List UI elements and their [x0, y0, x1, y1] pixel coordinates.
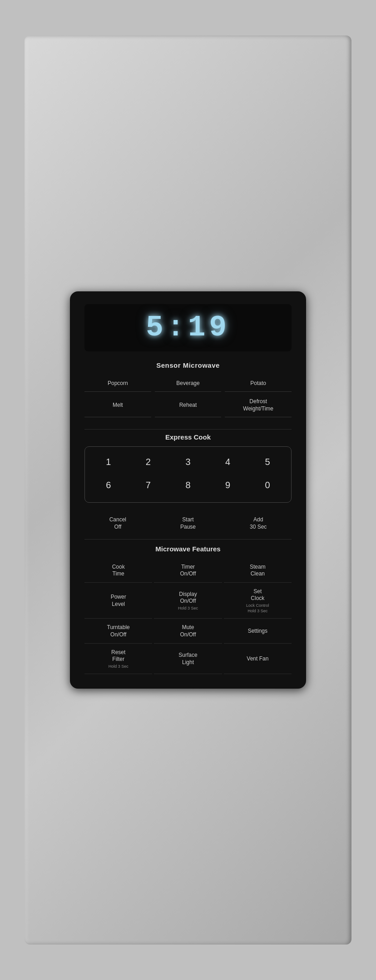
num-0-button[interactable]: 0: [247, 475, 287, 496]
num-2-button[interactable]: 2: [129, 451, 168, 473]
microwave-body: 5:19 Sensor Microwave Popcorn Beverage P…: [25, 35, 351, 945]
vent-fan-button[interactable]: Vent Fan: [224, 645, 292, 675]
settings-button[interactable]: Settings: [224, 620, 292, 643]
sensor-row-2: Melt Reheat DefrostWeight/Time: [84, 394, 292, 417]
beverage-button[interactable]: Beverage: [155, 375, 222, 392]
clock-display: 5:19: [95, 311, 281, 344]
popcorn-button[interactable]: Popcorn: [84, 375, 151, 392]
potato-button[interactable]: Potato: [225, 375, 292, 392]
feature-row-3: TurntableOn/Off MuteOn/Off Settings: [84, 620, 292, 643]
sensor-buttons: Popcorn Beverage Potato Melt Reheat Defr…: [84, 375, 292, 418]
power-level-button[interactable]: PowerLevel: [84, 584, 152, 619]
num-6-button[interactable]: 6: [89, 475, 129, 496]
num-8-button[interactable]: 8: [168, 475, 208, 496]
control-panel: 5:19 Sensor Microwave Popcorn Beverage P…: [70, 291, 306, 689]
steam-clean-button[interactable]: SteamClean: [224, 559, 292, 583]
cook-time-button[interactable]: CookTime: [84, 559, 152, 583]
turntable-onoff-button[interactable]: TurntableOn/Off: [84, 620, 152, 643]
express-cook-container: 1 2 3 4 5 6 7 8 9 0: [84, 446, 292, 503]
timer-onoff-button[interactable]: TimerOn/Off: [154, 559, 222, 583]
reheat-button[interactable]: Reheat: [155, 394, 222, 417]
sensor-row-1: Popcorn Beverage Potato: [84, 375, 292, 392]
num-4-button[interactable]: 4: [208, 451, 248, 473]
action-row: CancelOff StartPause Add30 Sec: [84, 512, 292, 535]
defrost-button[interactable]: DefrostWeight/Time: [225, 394, 292, 417]
num-9-button[interactable]: 9: [208, 475, 248, 496]
num-3-button[interactable]: 3: [168, 451, 208, 473]
divider-1: [84, 429, 292, 430]
feature-row-2: PowerLevel DisplayOn/OffHold 3 Sec SetCl…: [84, 584, 292, 619]
number-row-2: 6 7 8 9 0: [89, 475, 287, 496]
display-area: 5:19: [84, 304, 292, 351]
display-onoff-button[interactable]: DisplayOn/OffHold 3 Sec: [154, 584, 222, 619]
number-row-1: 1 2 3 4 5: [89, 451, 287, 473]
divider-2: [84, 539, 292, 540]
mute-onoff-button[interactable]: MuteOn/Off: [154, 620, 222, 643]
melt-button[interactable]: Melt: [84, 394, 151, 417]
num-1-button[interactable]: 1: [89, 451, 129, 473]
set-clock-button[interactable]: SetClockLock ControlHold 3 Sec: [224, 584, 292, 619]
microwave-features-title: Microwave Features: [84, 545, 292, 553]
add-30sec-button[interactable]: Add30 Sec: [225, 512, 292, 535]
reset-filter-button[interactable]: ResetFilterHold 3 Sec: [84, 645, 152, 675]
sensor-microwave-title: Sensor Microwave: [84, 361, 292, 369]
start-pause-button[interactable]: StartPause: [155, 512, 222, 535]
feature-row-4: ResetFilterHold 3 Sec SurfaceLight Vent …: [84, 645, 292, 675]
num-7-button[interactable]: 7: [129, 475, 168, 496]
num-5-button[interactable]: 5: [247, 451, 287, 473]
feature-row-1: CookTime TimerOn/Off SteamClean: [84, 559, 292, 583]
surface-light-button[interactable]: SurfaceLight: [154, 645, 222, 675]
express-cook-title: Express Cook: [84, 433, 292, 441]
cancel-off-button[interactable]: CancelOff: [84, 512, 151, 535]
features-grid: CookTime TimerOn/Off SteamClean PowerLev…: [84, 559, 292, 675]
